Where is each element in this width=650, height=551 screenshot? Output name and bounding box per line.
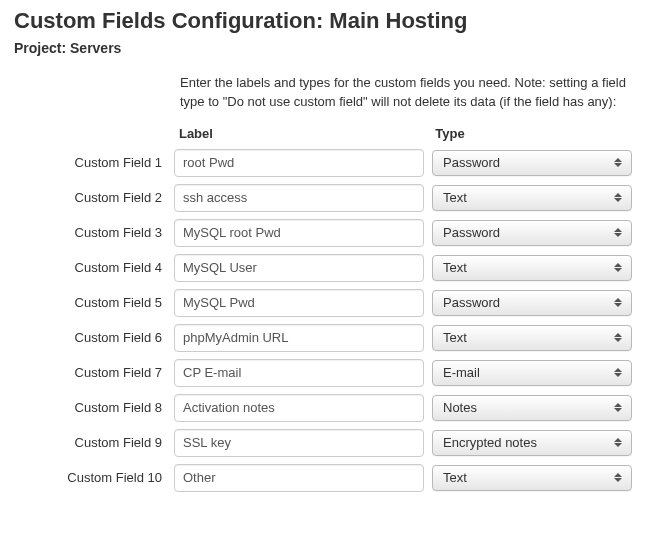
custom-field-row: Custom Field 6Text <box>14 324 636 352</box>
type-select[interactable]: Text <box>432 255 632 281</box>
type-select-value: Password <box>443 225 500 240</box>
custom-field-row: Custom Field 10Text <box>14 464 636 492</box>
custom-field-row: Custom Field 4Text <box>14 254 636 282</box>
type-select[interactable]: Text <box>432 185 632 211</box>
type-select-value: Notes <box>443 400 477 415</box>
type-select-value: Password <box>443 155 500 170</box>
row-label: Custom Field 4 <box>14 260 174 275</box>
type-select-value: E-mail <box>443 365 480 380</box>
label-input[interactable] <box>174 464 424 492</box>
label-input[interactable] <box>174 219 424 247</box>
label-input[interactable] <box>174 429 424 457</box>
type-select-value: Text <box>443 330 467 345</box>
type-select-value: Password <box>443 295 500 310</box>
row-label: Custom Field 5 <box>14 295 174 310</box>
row-label: Custom Field 2 <box>14 190 174 205</box>
label-input[interactable] <box>174 394 424 422</box>
type-select[interactable]: Password <box>432 220 632 246</box>
row-label: Custom Field 6 <box>14 330 174 345</box>
label-input[interactable] <box>174 184 424 212</box>
project-subtitle: Project: Servers <box>14 40 636 56</box>
label-input[interactable] <box>174 324 424 352</box>
type-select[interactable]: Text <box>432 325 632 351</box>
row-label: Custom Field 10 <box>14 470 174 485</box>
custom-field-row: Custom Field 3Password <box>14 219 636 247</box>
type-select-value: Text <box>443 470 467 485</box>
column-header-type: Type <box>429 126 636 141</box>
column-headers: Label Type <box>14 126 636 141</box>
type-select[interactable]: Text <box>432 465 632 491</box>
custom-field-row: Custom Field 1Password <box>14 149 636 177</box>
type-select-value: Text <box>443 260 467 275</box>
type-select-value: Encrypted notes <box>443 435 537 450</box>
type-select[interactable]: Encrypted notes <box>432 430 632 456</box>
label-input[interactable] <box>174 359 424 387</box>
custom-field-row: Custom Field 5Password <box>14 289 636 317</box>
column-header-label: Label <box>173 126 429 141</box>
row-label: Custom Field 1 <box>14 155 174 170</box>
label-input[interactable] <box>174 254 424 282</box>
label-input[interactable] <box>174 149 424 177</box>
custom-field-row: Custom Field 2Text <box>14 184 636 212</box>
type-select[interactable]: Notes <box>432 395 632 421</box>
type-select[interactable]: Password <box>432 150 632 176</box>
custom-field-row: Custom Field 9Encrypted notes <box>14 429 636 457</box>
intro-text: Enter the labels and types for the custo… <box>180 74 636 112</box>
row-label: Custom Field 3 <box>14 225 174 240</box>
type-select-value: Text <box>443 190 467 205</box>
page-title: Custom Fields Configuration: Main Hostin… <box>14 8 636 34</box>
row-label: Custom Field 7 <box>14 365 174 380</box>
type-select[interactable]: Password <box>432 290 632 316</box>
custom-field-row: Custom Field 7E-mail <box>14 359 636 387</box>
row-label: Custom Field 9 <box>14 435 174 450</box>
row-label: Custom Field 8 <box>14 400 174 415</box>
custom-field-row: Custom Field 8Notes <box>14 394 636 422</box>
type-select[interactable]: E-mail <box>432 360 632 386</box>
label-input[interactable] <box>174 289 424 317</box>
